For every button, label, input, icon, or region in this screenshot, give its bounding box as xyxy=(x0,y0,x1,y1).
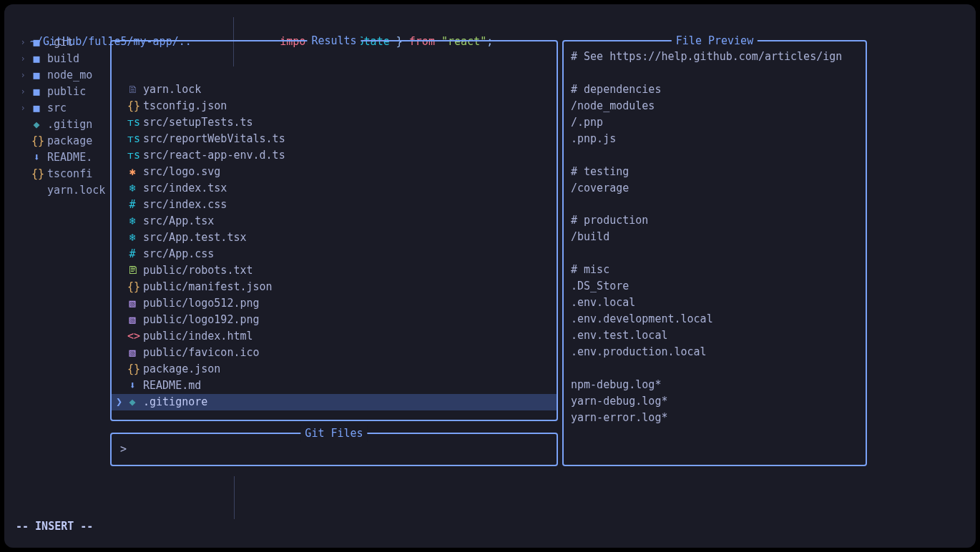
react-icon: ❄ xyxy=(127,230,137,246)
result-item-label: src/logo.svg xyxy=(143,164,220,180)
chevron-right-icon: › xyxy=(20,69,26,82)
css-icon: # xyxy=(127,246,137,262)
tree-item[interactable]: ›■node_mo xyxy=(16,67,116,84)
result-item-label: yarn.lock xyxy=(143,82,201,98)
result-item-label: public/favicon.ico xyxy=(143,345,260,361)
results-panel: Results 🗎yarn.lock{}tsconfig.jsonᴛssrc/s… xyxy=(110,40,558,421)
file-tree: ›■.git›■build›■node_mo›■public›■src›◆.gi… xyxy=(16,34,116,199)
json-icon: {} xyxy=(127,98,137,114)
result-item[interactable]: ❄src/App.tsx xyxy=(112,213,557,230)
svg-icon: ✱ xyxy=(127,164,137,180)
result-item-label: src/App.css xyxy=(143,246,214,262)
tree-item-label: .git xyxy=(47,34,73,51)
result-item[interactable]: ❄src/App.test.tsx xyxy=(112,230,557,246)
result-item-label: public/robots.txt xyxy=(143,262,253,279)
result-item[interactable]: ᴛssrc/react-app-env.d.ts xyxy=(112,147,557,164)
folder-icon: ■ xyxy=(31,84,41,100)
tree-item-label: .gitign xyxy=(47,117,92,133)
tree-item-label: build xyxy=(47,51,79,67)
result-item-label: src/App.test.tsx xyxy=(143,230,247,246)
readme-icon: ⬇ xyxy=(31,149,41,166)
chevron-right-icon: › xyxy=(20,52,26,65)
tree-item[interactable]: ›■public xyxy=(16,84,116,100)
result-item-label: public/manifest.json xyxy=(143,279,273,295)
result-item-label: src/reportWebVitals.ts xyxy=(143,131,285,147)
file-preview-panel: File Preview # See https://help.github.c… xyxy=(562,40,867,466)
result-item-label: public/index.html xyxy=(143,328,253,345)
vertical-separator xyxy=(234,476,235,519)
tree-item-label: README. xyxy=(47,149,92,166)
ts-icon: ᴛs xyxy=(127,114,137,131)
ts-icon: ᴛs xyxy=(127,147,137,164)
result-item-label: tsconfig.json xyxy=(143,98,227,114)
result-item-label: public/logo192.png xyxy=(143,312,260,328)
tree-item-label: yarn.lock xyxy=(47,182,105,199)
chevron-right-icon: › xyxy=(20,36,26,49)
react-icon: ❄ xyxy=(127,180,137,197)
result-item[interactable]: ❄src/index.tsx xyxy=(112,180,557,197)
result-item-label: src/setupTests.ts xyxy=(143,114,253,131)
result-item-label: src/react-app-env.d.ts xyxy=(143,147,285,164)
result-item-label: .gitignore xyxy=(143,394,207,410)
result-item-label: src/index.tsx xyxy=(143,180,227,197)
result-item-label: src/index.css xyxy=(143,197,227,213)
tree-item-label: tsconfi xyxy=(47,166,92,182)
result-item[interactable]: ▧public/logo192.png xyxy=(112,312,557,328)
mode-indicator: -- INSERT -- xyxy=(16,518,93,535)
gitfiles-panel: Git Files > xyxy=(110,433,558,466)
result-item[interactable]: #src/App.css xyxy=(112,246,557,262)
json-icon: {} xyxy=(127,361,137,378)
tree-item[interactable]: ›⬇README. xyxy=(16,149,116,166)
tree-item[interactable]: ›{}package xyxy=(16,133,116,149)
tree-item-label: package xyxy=(47,133,92,149)
folder-icon: ■ xyxy=(31,67,41,84)
result-item[interactable]: #src/index.css xyxy=(112,197,557,213)
result-item[interactable]: ▧public/favicon.ico xyxy=(112,345,557,361)
react-icon: ❄ xyxy=(127,213,137,230)
img-icon: ▧ xyxy=(127,312,137,328)
file-preview-content: # See https://help.github.com/articles/i… xyxy=(571,49,858,460)
tree-item-label: public xyxy=(47,84,86,100)
tree-item[interactable]: ›yarn.lock xyxy=(16,182,116,199)
json-icon: {} xyxy=(127,279,137,295)
chevron-right-icon: › xyxy=(20,85,26,98)
result-item[interactable]: ⬇README.md xyxy=(112,378,557,394)
folder-icon: ■ xyxy=(31,51,41,67)
result-item-label: src/App.tsx xyxy=(143,213,214,230)
chevron-right-icon: › xyxy=(20,102,26,114)
tree-item[interactable]: ›■src xyxy=(16,100,116,117)
result-item[interactable]: <>public/index.html xyxy=(112,328,557,345)
ts-icon: ᴛs xyxy=(127,131,137,147)
json-icon: {} xyxy=(31,133,41,149)
result-item-label: package.json xyxy=(143,361,220,378)
result-item-label: README.md xyxy=(143,378,201,394)
result-item[interactable]: ❯◆.gitignore xyxy=(112,394,557,410)
tree-item[interactable]: ›■build xyxy=(16,51,116,67)
json-icon: {} xyxy=(31,166,41,182)
result-item[interactable]: {}package.json xyxy=(112,361,557,378)
tree-item[interactable]: ›■.git xyxy=(16,34,116,51)
result-item[interactable]: 🖹public/robots.txt xyxy=(112,262,557,279)
file-icon: 🗎 xyxy=(127,82,137,98)
teal-diamond-icon: ◆ xyxy=(31,117,41,133)
result-item[interactable]: ᴛssrc/reportWebVitals.ts xyxy=(112,131,557,147)
css-icon: # xyxy=(127,197,137,213)
html-icon: <> xyxy=(127,328,137,345)
result-item[interactable]: ▧public/logo512.png xyxy=(112,295,557,312)
result-item[interactable]: {}public/manifest.json xyxy=(112,279,557,295)
result-item[interactable]: ᴛssrc/setupTests.ts xyxy=(112,114,557,131)
result-item[interactable]: ✱src/logo.svg xyxy=(112,164,557,180)
results-title: Results xyxy=(307,33,361,49)
result-item[interactable]: {}tsconfig.json xyxy=(112,98,557,114)
folder-icon: ■ xyxy=(31,100,41,117)
teal-diamond-icon: ◆ xyxy=(127,394,137,410)
tree-item[interactable]: ›{}tsconfi xyxy=(16,166,116,182)
readme-icon: ⬇ xyxy=(127,378,137,394)
img-icon: ▧ xyxy=(127,345,137,361)
result-item-label: public/logo512.png xyxy=(143,295,260,312)
result-item[interactable]: 🗎yarn.lock xyxy=(112,82,557,98)
preview-title: File Preview xyxy=(672,33,758,49)
tree-item[interactable]: ›◆.gitign xyxy=(16,117,116,133)
tree-item-label: src xyxy=(47,100,67,117)
txt-icon: 🖹 xyxy=(127,262,137,279)
